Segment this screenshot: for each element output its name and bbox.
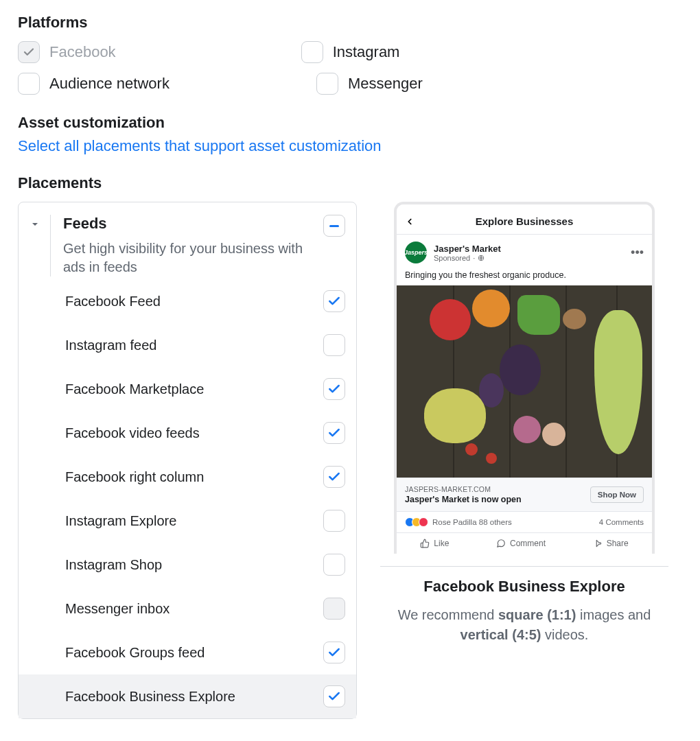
placements-panel: Feeds Get high visibility for your busin… (18, 202, 357, 719)
placement-item-label: Messenger inbox (65, 601, 170, 617)
preview-comments-count: 4 Comments (599, 518, 644, 526)
placement-item-checkbox (323, 598, 345, 620)
comment-button[interactable]: Comment (496, 539, 546, 548)
platform-audience-network-checkbox[interactable] (18, 73, 40, 95)
preview-social-text: Rose Padilla 88 others (432, 518, 512, 526)
feeds-group-header: Feeds Get high visibility for your busin… (19, 202, 356, 279)
platform-audience-network-label: Audience network (49, 75, 170, 93)
placement-item-checkbox[interactable] (323, 685, 345, 707)
platform-instagram-checkbox[interactable] (301, 41, 323, 63)
placement-item-checkbox[interactable] (323, 422, 345, 444)
preview-nav-bar: Explore Businesses (397, 211, 652, 235)
placement-item[interactable]: Instagram Explore (19, 499, 356, 543)
preview-nav-title: Explore Businesses (421, 215, 627, 227)
preview-post-header: Jaspers Jasper's Market Sponsored· ••• (397, 235, 652, 266)
placement-item-label: Facebook Groups feed (65, 645, 205, 661)
placement-item-label: Facebook Marketplace (65, 381, 204, 397)
placement-item-label: Instagram Shop (65, 557, 162, 573)
platform-audience-network: Audience network (18, 73, 170, 95)
placement-item-checkbox[interactable] (323, 642, 345, 663)
placement-item-label: Facebook Feed (65, 294, 161, 309)
preview-link-domain: JASPERS-MARKET.COM (405, 485, 522, 493)
preview-column: Explore Businesses Jaspers Jasper's Mark… (380, 202, 668, 645)
like-button[interactable]: Like (420, 539, 449, 548)
placement-item[interactable]: Facebook video feeds (19, 411, 356, 455)
placement-item-label: Instagram feed (65, 338, 156, 353)
preview-page-name: Jasper's Market (434, 244, 501, 254)
preview-social-row: Rose Padilla 88 others 4 Comments (397, 511, 652, 532)
placement-item-checkbox[interactable] (323, 510, 345, 532)
placement-item[interactable]: Facebook Business Explore (19, 674, 356, 718)
placement-item-checkbox[interactable] (323, 466, 345, 488)
placement-item-label: Facebook right column (65, 469, 204, 485)
preview-divider (380, 566, 668, 567)
preview-post-text: Bringing you the freshest organic produc… (397, 266, 652, 285)
asset-customization-heading: Asset customization (18, 114, 682, 132)
preview-link-headline: Jasper's Market is now open (405, 495, 522, 504)
comment-icon (496, 539, 506, 548)
share-icon (593, 539, 603, 548)
check-icon (327, 382, 341, 396)
placement-item[interactable]: Facebook Marketplace (19, 367, 356, 411)
feeds-indeterminate-checkbox[interactable] (323, 215, 345, 237)
back-icon[interactable] (405, 217, 415, 226)
platform-facebook-label: Facebook (49, 43, 116, 61)
platform-messenger: Messenger (316, 73, 423, 95)
preview-sponsored-line: Sponsored· (434, 254, 501, 262)
preview-link-card: JASPERS-MARKET.COM Jasper's Market is no… (397, 478, 652, 511)
platform-instagram: Instagram (301, 41, 400, 63)
placement-item[interactable]: Instagram feed (19, 323, 356, 367)
platforms-heading: Platforms (18, 14, 682, 32)
placement-item[interactable]: Instagram Shop (19, 543, 356, 587)
platforms-row-1: Facebook Instagram (18, 41, 682, 63)
check-icon (327, 690, 341, 703)
platform-messenger-label: Messenger (348, 75, 423, 93)
check-icon (327, 294, 341, 308)
preview-cta-button[interactable]: Shop Now (590, 486, 644, 503)
platform-facebook-checkbox (18, 41, 40, 63)
preview-action-row: Like Comment Share (397, 532, 652, 554)
globe-icon (478, 255, 485, 261)
placement-item-checkbox[interactable] (323, 554, 345, 576)
placement-item[interactable]: Facebook Groups feed (19, 631, 356, 674)
preview-title: Facebook Business Explore (380, 578, 668, 596)
love-reaction-icon (419, 517, 428, 527)
check-icon (327, 426, 341, 440)
phone-preview: Explore Businesses Jaspers Jasper's Mark… (394, 202, 655, 554)
preview-recommendation: We recommend square (1:1) images and ver… (380, 605, 668, 645)
reaction-icons (405, 517, 428, 527)
avatar: Jaspers (405, 242, 427, 263)
placement-item[interactable]: Messenger inbox (19, 587, 356, 631)
placement-item-checkbox[interactable] (323, 334, 345, 356)
feeds-title: Feeds (63, 215, 314, 233)
chevron-down-icon[interactable] (30, 219, 40, 230)
platform-instagram-label: Instagram (333, 43, 400, 61)
placement-item-label: Facebook video feeds (65, 425, 200, 441)
check-icon (327, 470, 341, 484)
minus-icon (329, 225, 339, 227)
placement-item-checkbox[interactable] (323, 378, 345, 400)
placement-item-checkbox[interactable] (323, 290, 345, 312)
platform-facebook: Facebook (18, 41, 116, 63)
check-icon (327, 646, 341, 659)
placement-item[interactable]: Facebook right column (19, 455, 356, 499)
platform-messenger-checkbox[interactable] (316, 73, 338, 95)
check-icon (23, 46, 35, 58)
placement-item[interactable]: Facebook Feed (19, 279, 356, 323)
preview-media (397, 285, 652, 478)
share-button[interactable]: Share (593, 539, 629, 548)
divider (50, 215, 51, 277)
placement-item-label: Facebook Business Explore (65, 689, 235, 705)
more-icon[interactable]: ••• (631, 246, 644, 260)
placement-item-label: Instagram Explore (65, 513, 176, 529)
like-icon (420, 539, 430, 548)
asset-customization-link[interactable]: Select all placements that support asset… (18, 137, 682, 155)
feeds-description: Get high visibility for your business wi… (63, 239, 310, 277)
platforms-row-2: Audience network Messenger (18, 73, 682, 95)
feeds-items-list: Facebook FeedInstagram feedFacebook Mark… (19, 279, 356, 718)
placements-heading: Placements (18, 174, 682, 192)
